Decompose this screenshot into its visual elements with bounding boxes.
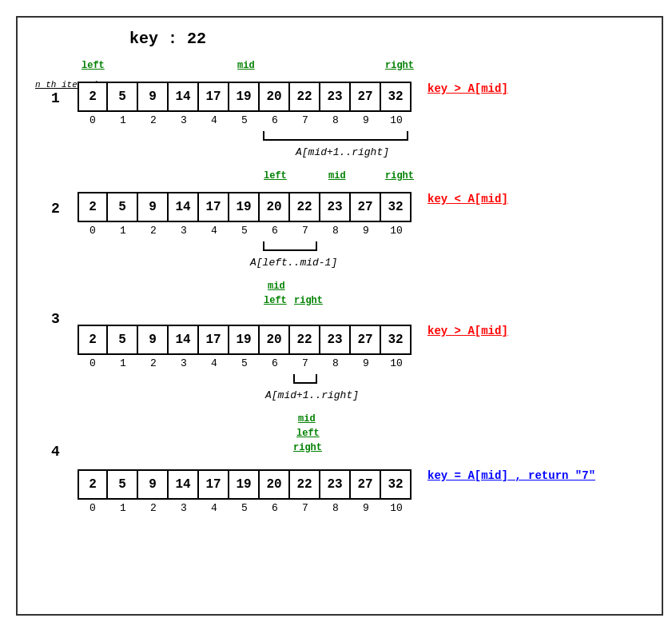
cell-3-6: 20 bbox=[260, 325, 290, 355]
index-label-3-2: 2 bbox=[138, 357, 169, 369]
iteration-number-3: 3 bbox=[34, 311, 78, 327]
cell-4-7: 22 bbox=[290, 469, 320, 500]
index-label-1-4: 4 bbox=[199, 114, 229, 126]
range-section-3: A[mid+1..right] bbox=[78, 373, 412, 401]
cell-3-5: 19 bbox=[229, 325, 260, 355]
index-label-1-5: 5 bbox=[229, 114, 260, 126]
cell-3-10: 32 bbox=[381, 325, 412, 355]
range-label-2: A[left..mid-1] bbox=[250, 257, 412, 269]
index-label-2-7: 7 bbox=[290, 225, 320, 237]
array-section-4: midleftright2591417192022232732012345678… bbox=[78, 413, 412, 514]
array-section-1: leftmidright2591417192022232732012345678… bbox=[78, 60, 412, 158]
index-label-3-4: 4 bbox=[199, 357, 229, 369]
index-label-4-9: 9 bbox=[351, 502, 381, 514]
index-label-3-1: 1 bbox=[108, 357, 138, 369]
cell-3-4: 17 bbox=[199, 325, 229, 355]
index-label-4-10: 10 bbox=[381, 502, 412, 514]
cell-3-3: 14 bbox=[169, 325, 199, 355]
array-cells-4: 2591417192022232732 bbox=[78, 469, 412, 500]
mid-label-3: mid bbox=[268, 281, 285, 292]
index-label-2-0: 0 bbox=[78, 225, 108, 237]
iteration-block-4: 4midleftright259141719202223273201234567… bbox=[34, 413, 646, 514]
index-label-4-6: 6 bbox=[260, 502, 290, 514]
cell-3-2: 9 bbox=[138, 325, 169, 355]
index-label-3-3: 3 bbox=[169, 357, 199, 369]
mid-label-1: mid bbox=[237, 60, 255, 71]
range-label-1: A[mid+1..right] bbox=[296, 146, 412, 158]
index-label-1-2: 2 bbox=[138, 114, 169, 126]
condition-label-3: key > A[mid] bbox=[427, 325, 508, 337]
bracket-2 bbox=[263, 241, 317, 251]
cell-1-3: 14 bbox=[169, 82, 199, 112]
cell-1-6: 20 bbox=[260, 82, 290, 112]
cell-1-7: 22 bbox=[290, 82, 320, 112]
iteration-number-2: 2 bbox=[34, 201, 78, 217]
index-label-1-3: 3 bbox=[169, 114, 199, 126]
index-label-2-6: 6 bbox=[260, 225, 290, 237]
cell-4-9: 27 bbox=[351, 469, 381, 500]
cell-2-0: 2 bbox=[78, 192, 108, 222]
cell-1-2: 9 bbox=[138, 82, 169, 112]
iteration-number-4: 4 bbox=[34, 444, 78, 460]
cell-2-8: 23 bbox=[320, 192, 351, 222]
cell-2-10: 32 bbox=[381, 192, 412, 222]
cell-3-0: 2 bbox=[78, 325, 108, 355]
bracket-3 bbox=[293, 374, 317, 384]
cell-3-9: 27 bbox=[351, 325, 381, 355]
index-label-2-10: 10 bbox=[381, 225, 412, 237]
cell-1-0: 2 bbox=[78, 82, 108, 112]
mid-label-2: mid bbox=[328, 170, 346, 181]
index-label-1-1: 1 bbox=[108, 114, 138, 126]
cell-2-3: 14 bbox=[169, 192, 199, 222]
cell-2-5: 19 bbox=[229, 192, 260, 222]
index-label-4-0: 0 bbox=[78, 502, 108, 514]
index-label-4-3: 3 bbox=[169, 502, 199, 514]
main-container: key : 22 n th iteration 1leftmidright259… bbox=[16, 16, 663, 616]
index-label-2-9: 9 bbox=[351, 225, 381, 237]
index-label-1-10: 10 bbox=[381, 114, 412, 126]
index-label-2-4: 4 bbox=[199, 225, 229, 237]
cell-2-2: 9 bbox=[138, 192, 169, 222]
key-label: key : 22 bbox=[129, 30, 646, 48]
cell-4-2: 9 bbox=[138, 469, 169, 500]
index-label-1-9: 9 bbox=[351, 114, 381, 126]
right-label-3: right bbox=[294, 295, 323, 306]
right-label-1: right bbox=[385, 60, 414, 71]
cell-4-4: 17 bbox=[199, 469, 229, 500]
condition-label-2: key < A[mid] bbox=[427, 193, 508, 205]
cell-1-10: 32 bbox=[381, 82, 412, 112]
cell-4-5: 19 bbox=[229, 469, 260, 500]
index-label-1-7: 7 bbox=[290, 114, 320, 126]
index-label-3-9: 9 bbox=[351, 357, 381, 369]
iteration-number-1: 1 bbox=[34, 90, 78, 106]
cell-4-0: 2 bbox=[78, 469, 108, 500]
array-cells-1: 2591417192022232732 bbox=[78, 82, 412, 112]
index-label-2-8: 8 bbox=[320, 225, 351, 237]
cell-2-1: 5 bbox=[108, 192, 138, 222]
cell-1-4: 17 bbox=[199, 82, 229, 112]
cell-3-7: 22 bbox=[290, 325, 320, 355]
index-label-4-2: 2 bbox=[138, 502, 169, 514]
index-label-3-5: 5 bbox=[229, 357, 260, 369]
index-label-3-7: 7 bbox=[290, 357, 320, 369]
cell-1-5: 19 bbox=[229, 82, 260, 112]
index-label-4-4: 4 bbox=[199, 502, 229, 514]
index-label-4-7: 7 bbox=[290, 502, 320, 514]
range-label-3: A[mid+1..right] bbox=[265, 389, 412, 401]
cell-1-8: 23 bbox=[320, 82, 351, 112]
cell-4-3: 14 bbox=[169, 469, 199, 500]
iteration-block-1: 1leftmidright259141719202223273201234567… bbox=[34, 60, 646, 158]
bracket-1 bbox=[263, 131, 408, 141]
right-label-2: right bbox=[385, 170, 414, 181]
cell-4-1: 5 bbox=[108, 469, 138, 500]
index-label-3-0: 0 bbox=[78, 357, 108, 369]
iteration-block-2: 2leftmidright259141719202223273201234567… bbox=[34, 170, 646, 269]
index-label-3-6: 6 bbox=[260, 357, 290, 369]
index-label-1-0: 0 bbox=[78, 114, 108, 126]
cell-2-6: 20 bbox=[260, 192, 290, 222]
index-label-2-2: 2 bbox=[138, 225, 169, 237]
range-section-2: A[left..mid-1] bbox=[78, 241, 412, 269]
cell-2-7: 22 bbox=[290, 192, 320, 222]
array-cells-3: 2591417192022232732 bbox=[78, 325, 412, 355]
index-label-2-1: 1 bbox=[108, 225, 138, 237]
